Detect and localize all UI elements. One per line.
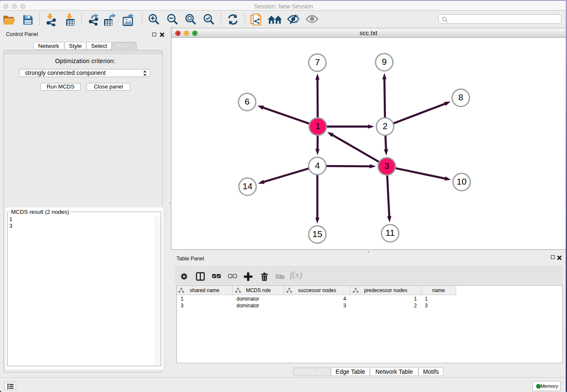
svg-text:6: 6 [245,97,250,106]
svg-text:9: 9 [382,57,387,66]
svg-text:4: 4 [315,160,320,170]
svg-text:11: 11 [385,228,395,237]
svg-text:1: 1 [315,121,320,131]
svg-text:3: 3 [384,161,389,171]
svg-text:2: 2 [383,121,388,131]
svg-text:14: 14 [242,181,253,191]
svg-text:7: 7 [315,57,320,67]
svg-text:8: 8 [458,92,463,102]
svg-text:10: 10 [457,177,466,186]
svg-text:15: 15 [312,229,322,239]
